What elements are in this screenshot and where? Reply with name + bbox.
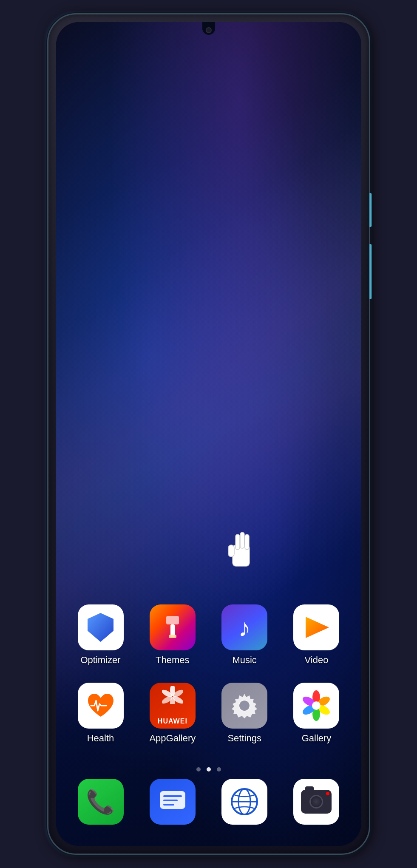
app-item-settings[interactable]: Settings	[217, 683, 272, 744]
music-note-icon: ♪	[238, 613, 251, 642]
svg-rect-0	[166, 616, 179, 624]
app-label-video: Video	[305, 655, 329, 666]
app-item-health[interactable]: Health	[73, 683, 128, 744]
power-button[interactable]	[369, 244, 372, 299]
app-grid: Optimizer Themes	[56, 604, 361, 761]
app-icon-themes	[150, 604, 196, 650]
front-camera	[206, 27, 212, 33]
messages-bubble-icon	[158, 789, 187, 814]
app-label-appgallery: AppGallery	[149, 733, 196, 744]
settings-gear-icon	[229, 690, 260, 721]
dock-item-messages[interactable]	[145, 779, 200, 829]
dock-item-browser[interactable]	[217, 779, 272, 829]
page-dot-1[interactable]	[196, 767, 201, 772]
browser-globe-icon	[229, 786, 260, 817]
video-play-icon	[301, 615, 331, 640]
phone-call-icon: 📞	[86, 788, 115, 816]
page-dot-2[interactable]	[207, 767, 211, 772]
app-item-optimizer[interactable]: Optimizer	[73, 604, 128, 666]
app-icon-gallery	[293, 683, 339, 729]
app-row-2: Health	[73, 683, 344, 744]
camera-record-dot	[326, 792, 329, 795]
app-label-health: Health	[87, 733, 114, 744]
app-icon-camera	[293, 779, 339, 825]
dock: 📞	[56, 779, 361, 829]
app-label-gallery: Gallery	[302, 733, 332, 744]
health-heart-icon	[86, 692, 116, 720]
app-icon-settings	[221, 683, 267, 729]
volume-up-button[interactable]	[369, 193, 372, 227]
themes-brush-icon	[158, 613, 187, 642]
phone-screen: Optimizer Themes	[56, 22, 361, 846]
dock-item-camera[interactable]	[289, 779, 344, 829]
camera-lens-icon	[309, 795, 323, 808]
optimizer-shield-icon	[87, 612, 114, 643]
app-item-appgallery[interactable]: HUAWEI AppGallery	[145, 683, 200, 744]
app-label-settings: Settings	[227, 733, 261, 744]
app-label-music: Music	[232, 655, 256, 666]
app-icon-music: ♪	[221, 604, 267, 650]
dock-item-phone[interactable]: 📞	[73, 779, 128, 829]
svg-point-17	[312, 701, 321, 710]
page-indicators	[56, 767, 361, 772]
app-icon-optimizer	[78, 604, 124, 650]
gallery-flower-icon	[301, 690, 332, 721]
svg-rect-2	[169, 635, 176, 638]
app-icon-appgallery: HUAWEI	[150, 683, 196, 729]
phone-device: Optimizer Themes	[47, 13, 370, 855]
app-icon-browser	[221, 779, 267, 825]
app-icon-messages	[150, 779, 196, 825]
app-label-optimizer: Optimizer	[80, 655, 120, 666]
app-item-themes[interactable]: Themes	[145, 604, 200, 666]
huawei-brand-text: HUAWEI	[158, 718, 187, 725]
app-icon-phone: 📞	[78, 779, 124, 825]
app-row-1: Optimizer Themes	[73, 604, 344, 666]
app-item-gallery[interactable]: Gallery	[289, 683, 344, 744]
page-dot-3[interactable]	[217, 767, 221, 772]
camera-body	[301, 790, 332, 814]
app-item-video[interactable]: Video	[289, 604, 344, 666]
app-icon-video	[293, 604, 339, 650]
huawei-logo-icon	[162, 686, 183, 704]
app-label-themes: Themes	[156, 655, 189, 666]
svg-point-10	[239, 701, 250, 711]
app-icon-health	[78, 683, 124, 729]
app-item-music[interactable]: ♪ Music	[217, 604, 272, 666]
